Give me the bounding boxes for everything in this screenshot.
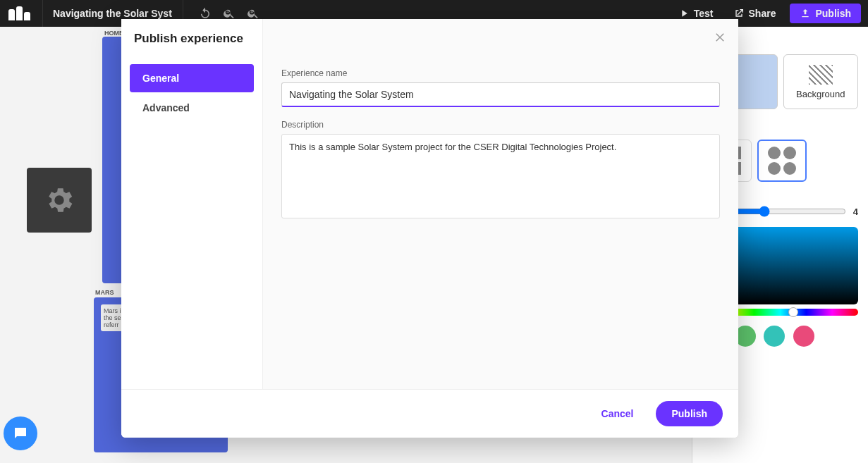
description-label: Description [281, 120, 720, 130]
close-button[interactable] [711, 29, 728, 46]
close-icon [714, 31, 726, 44]
experience-name-input[interactable] [281, 82, 720, 107]
modal-main: Experience name Description [262, 19, 738, 389]
modal-title: Publish experience [134, 32, 243, 46]
sidebar-item-label: Advanced [142, 102, 190, 113]
modal-sidebar: General Advanced [121, 19, 262, 389]
publish-confirm-button[interactable]: Publish [656, 401, 723, 426]
publish-modal: Publish experience General Advanced Expe… [121, 19, 738, 438]
name-label: Experience name [281, 68, 720, 78]
tab-general[interactable]: General [130, 64, 254, 92]
cancel-label: Cancel [601, 408, 634, 419]
tab-advanced[interactable]: Advanced [130, 94, 254, 122]
description-textarea[interactable] [281, 134, 720, 218]
publish-confirm-label: Publish [671, 408, 707, 419]
modal-footer: Cancel Publish [121, 389, 738, 438]
cancel-button[interactable]: Cancel [586, 401, 649, 426]
sidebar-item-label: General [142, 73, 179, 84]
